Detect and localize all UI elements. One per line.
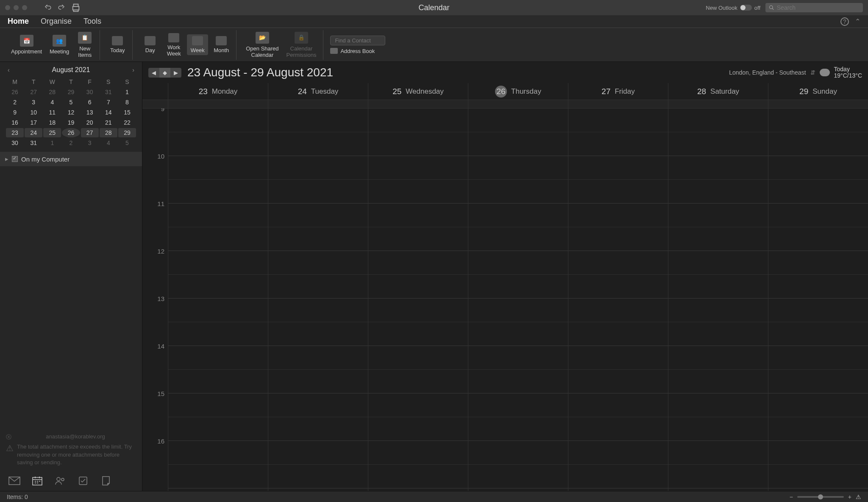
time-slot[interactable] [468,227,568,251]
time-slot[interactable] [668,465,768,488]
time-slot[interactable] [668,370,768,393]
time-slot[interactable] [268,180,368,204]
day-header[interactable]: 23Monday [168,83,268,100]
tab-home[interactable]: Home [8,17,29,26]
time-slot[interactable] [268,251,368,275]
time-slot[interactable] [568,204,668,227]
time-slot[interactable] [468,346,568,370]
mini-cal-day[interactable]: 31 [25,138,42,148]
redo-icon[interactable] [58,4,65,11]
time-slot[interactable] [568,275,668,298]
mini-cal-day[interactable]: 29 [118,128,136,137]
time-slot[interactable] [368,156,468,180]
time-slot[interactable] [368,298,468,322]
mini-cal-day[interactable]: 19 [62,118,80,127]
zoom-in-icon[interactable]: + [848,494,851,500]
time-slot[interactable] [468,275,568,298]
time-slot[interactable] [368,346,468,370]
time-slot[interactable] [768,275,868,298]
maximize-icon[interactable] [22,5,27,10]
tasks-nav-icon[interactable] [77,476,89,486]
time-slot[interactable] [568,465,668,488]
mini-cal-day[interactable]: 26 [6,87,24,97]
expand-icon[interactable]: ▸ [5,155,8,163]
time-slot[interactable] [468,417,568,441]
time-slot[interactable] [668,298,768,322]
day-header[interactable]: 28Saturday [668,83,768,100]
calendar-grid[interactable]: 910111213141516 [142,109,868,491]
mini-cal-day[interactable]: 6 [81,98,99,107]
time-slot[interactable] [668,109,768,132]
time-slot[interactable] [768,180,868,204]
mini-cal-day[interactable]: 30 [81,87,99,97]
on-my-computer-row[interactable]: ▸ On my Computer [0,152,142,166]
time-slot[interactable] [668,417,768,441]
time-slot[interactable] [768,227,868,251]
day-column[interactable] [668,109,768,491]
time-slot[interactable] [468,322,568,346]
time-slot[interactable] [368,322,468,346]
time-slot[interactable] [168,322,268,346]
day-column[interactable] [468,109,568,491]
mini-cal-day[interactable]: 3 [81,138,99,148]
time-slot[interactable] [268,275,368,298]
time-slot[interactable] [668,132,768,156]
time-slot[interactable] [368,227,468,251]
mini-cal-day[interactable]: 20 [81,118,99,127]
appointment-button[interactable]: 📅Appointment [8,33,45,56]
address-book-button[interactable]: Address Book [330,48,385,54]
mini-cal-day[interactable]: 24 [25,128,42,137]
time-slot[interactable] [168,393,268,417]
minimize-icon[interactable] [14,5,19,10]
time-slot[interactable] [368,180,468,204]
time-slot[interactable] [268,322,368,346]
time-slot[interactable] [168,417,268,441]
calendar-nav-icon[interactable] [31,476,43,486]
mini-cal-day[interactable]: 28 [100,128,117,137]
time-slot[interactable] [168,441,268,465]
time-slot[interactable] [168,370,268,393]
time-slot[interactable] [268,156,368,180]
time-slot[interactable] [668,275,768,298]
time-slot[interactable] [168,275,268,298]
time-slot[interactable] [368,204,468,227]
day-column[interactable] [368,109,468,491]
mini-cal-day[interactable]: 8 [118,98,136,107]
dismiss-error-icon[interactable]: ⓧ [6,433,11,441]
time-slot[interactable] [368,109,468,132]
mini-cal-day[interactable]: 27 [25,87,42,97]
prev-week-icon[interactable]: ◀ [148,68,159,78]
time-slot[interactable] [268,204,368,227]
month-button[interactable]: Month [211,34,232,55]
mini-cal-day[interactable]: 12 [62,108,80,117]
time-slot[interactable] [768,417,868,441]
time-slot[interactable] [668,204,768,227]
time-slot[interactable] [168,132,268,156]
time-slot[interactable] [368,441,468,465]
mini-cal-day[interactable]: 30 [6,138,24,148]
time-slot[interactable] [268,441,368,465]
time-slot[interactable] [468,370,568,393]
time-slot[interactable] [468,298,568,322]
mini-cal-day[interactable]: 17 [25,118,42,127]
time-slot[interactable] [768,109,868,132]
weather-widget[interactable]: London, England - Southeast ⇵ Today 19°C… [729,66,862,79]
time-slot[interactable] [768,370,868,393]
time-slot[interactable] [268,109,368,132]
location-dropdown-icon[interactable]: ⇵ [810,69,815,76]
help-icon[interactable]: ? [840,17,849,26]
day-header[interactable]: 27Friday [568,83,668,100]
mini-cal-day[interactable]: 5 [62,98,80,107]
time-slot[interactable] [768,298,868,322]
meeting-button[interactable]: 👥Meeting [47,33,72,56]
mini-cal-day[interactable]: 25 [43,128,61,137]
time-slot[interactable] [468,251,568,275]
time-slot[interactable] [368,275,468,298]
time-slot[interactable] [168,204,268,227]
time-slot[interactable] [668,251,768,275]
time-slot[interactable] [568,370,668,393]
undo-icon[interactable] [44,4,52,11]
mini-cal-day[interactable]: 5 [118,138,136,148]
time-slot[interactable] [768,132,868,156]
mini-cal-day[interactable]: 2 [62,138,80,148]
